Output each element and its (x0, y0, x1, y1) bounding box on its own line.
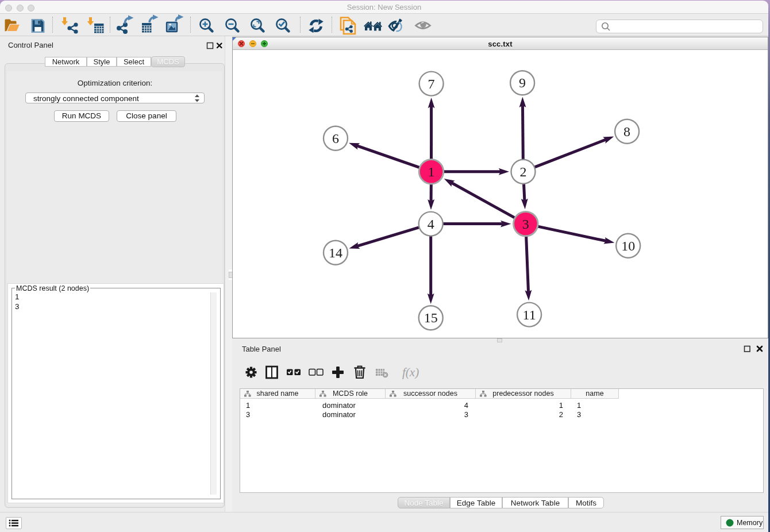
svg-text:15: 15 (424, 310, 438, 325)
svg-text:9: 9 (519, 75, 526, 90)
svg-text:1: 1 (428, 164, 435, 179)
svg-text:14: 14 (329, 245, 342, 260)
svg-text:11: 11 (523, 307, 536, 322)
svg-text:8: 8 (623, 124, 630, 139)
svg-text:4: 4 (428, 217, 434, 232)
svg-text:2: 2 (520, 164, 527, 179)
svg-text:3: 3 (522, 217, 529, 232)
svg-text:f(x): f(x) (402, 365, 419, 379)
svg-text:7: 7 (428, 76, 435, 91)
svg-text:10: 10 (621, 238, 635, 253)
svg-text:6: 6 (332, 131, 339, 146)
